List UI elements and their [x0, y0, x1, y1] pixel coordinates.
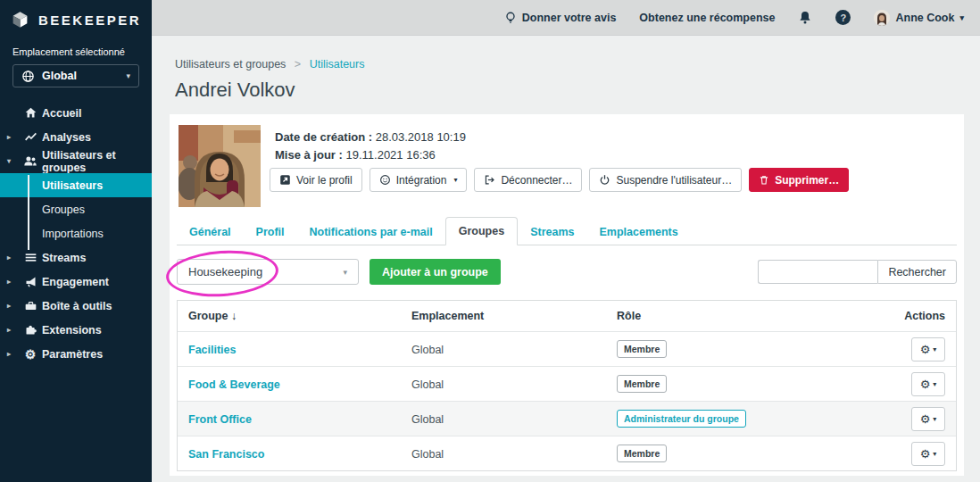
caret-down-icon: ▾ — [933, 415, 936, 423]
group-link[interactable]: San Francisco — [188, 448, 264, 461]
search-input[interactable] — [758, 260, 877, 284]
help-glyph: ? — [841, 12, 847, 23]
updated-value: 19.11.2021 16:36 — [345, 148, 435, 162]
sidebar: BEEKEEPER Emplacement sélectionné Global… — [0, 0, 152, 482]
gear-icon: ⚙ — [920, 448, 931, 460]
streams-icon — [22, 251, 38, 264]
submenu-indicator-line — [28, 175, 29, 250]
caret-down-icon: ▾ — [933, 345, 936, 353]
sidebar-item-boite-a-outils[interactable]: ▸ Boîte à outils — [0, 294, 152, 318]
sidebar-item-streams[interactable]: ▸ Streams — [0, 245, 152, 270]
user-detail-card: Date de création : 28.03.2018 10:19 Mise… — [170, 114, 964, 476]
sidebar-item-groupes[interactable]: Groupes — [0, 197, 152, 221]
sidebar-item-importations[interactable]: Importations — [0, 221, 152, 245]
disconnect-button[interactable]: Déconnecter… — [474, 168, 582, 192]
breadcrumb-parent[interactable]: Utilisateurs et groupes — [175, 58, 286, 71]
row-actions-button[interactable]: ⚙ ▾ — [911, 442, 945, 466]
group-location: Global — [411, 448, 444, 461]
group-link[interactable]: Front Office — [188, 413, 252, 426]
lightbulb-icon — [504, 11, 517, 25]
gear-icon: ⚙ — [22, 348, 38, 361]
users-icon — [22, 154, 38, 168]
feedback-link[interactable]: Donner votre avis — [504, 11, 617, 25]
sidebar-item-extensions[interactable]: ▸ Extensions — [0, 318, 152, 342]
reward-link[interactable]: Obtenez une récompense — [639, 12, 775, 24]
help-button[interactable]: ? — [835, 10, 851, 25]
column-header-emplacement[interactable]: Emplacement — [411, 310, 617, 322]
topbar: Donner votre avis Obtenez une récompense… — [152, 0, 980, 36]
integration-dropdown-button[interactable]: Intégration ▾ — [370, 168, 468, 192]
reward-label: Obtenez une récompense — [639, 12, 775, 24]
breadcrumb-current[interactable]: Utilisateurs — [310, 58, 365, 71]
table-row: Food & Beverage Global Membre ⚙ ▾ — [178, 366, 956, 401]
caret-down-icon: ▾ — [959, 13, 964, 22]
tab-bar: Général Profil Notifications par e-mail … — [177, 219, 957, 245]
groups-table: Groupe ↓ Emplacement Rôle Actions Facili… — [177, 300, 957, 471]
sidebar-item-utilisateurs-et-groupes[interactable]: ▾ Utilisateurs et groupes — [0, 149, 152, 173]
search-button[interactable]: Rechercher — [877, 260, 957, 284]
caret-down-icon: ▾ — [453, 176, 457, 184]
tab-profil[interactable]: Profil — [244, 219, 297, 245]
caret-right-icon: ▸ — [7, 302, 16, 310]
updated-label: Mise à jour : — [275, 148, 343, 162]
tab-streams[interactable]: Streams — [518, 219, 586, 245]
sidebar-item-accueil[interactable]: Accueil — [0, 101, 152, 125]
gear-icon: ⚙ — [920, 378, 931, 390]
row-actions-button[interactable]: ⚙ ▾ — [911, 407, 945, 431]
sidebar-item-engagement[interactable]: ▸ Engagement — [0, 270, 152, 294]
tab-general[interactable]: Général — [177, 219, 244, 245]
column-header-groupe[interactable]: Groupe ↓ — [178, 310, 411, 322]
group-select[interactable]: Housekeeping ▾ — [177, 259, 359, 285]
sidebar-item-parametres[interactable]: ▸ ⚙ Paramètres — [0, 342, 152, 366]
brand-name: BEEKEEPER — [38, 12, 141, 28]
group-link[interactable]: Food & Beverage — [188, 378, 280, 391]
caret-right-icon: ▸ — [7, 350, 16, 358]
caret-down-icon: ▾ — [933, 380, 936, 388]
row-actions-button[interactable]: ⚙ ▾ — [911, 337, 945, 362]
breadcrumb: Utilisateurs et groupes > Utilisateurs — [175, 58, 364, 71]
group-controls: Housekeeping ▾ Ajouter à un groupe Reche… — [177, 259, 957, 286]
app-window: BEEKEEPER Emplacement sélectionné Global… — [0, 0, 980, 482]
column-header-role[interactable]: Rôle — [617, 310, 858, 322]
main-content: Utilisateurs et groupes > Utilisateurs A… — [152, 36, 980, 482]
home-icon — [22, 106, 38, 120]
caret-down-icon: ▾ — [7, 157, 16, 165]
caret-right-icon: ▸ — [7, 278, 16, 286]
brand-logo[interactable]: BEEKEEPER — [0, 0, 152, 37]
tab-emplacements[interactable]: Emplacements — [587, 219, 691, 245]
tab-notifications-email[interactable]: Notifications par e-mail — [297, 219, 445, 245]
group-link[interactable]: Facilities — [188, 344, 237, 356]
megaphone-icon — [22, 275, 38, 288]
trash-icon — [759, 174, 769, 186]
profile-actions: Voir le profil Intégration ▾ — [270, 168, 849, 192]
profile-meta: Date de création : 28.03.2018 10:19 Mise… — [275, 129, 466, 164]
group-location: Global — [411, 344, 444, 356]
view-profile-button[interactable]: Voir le profil — [270, 168, 362, 192]
location-selected-label: Emplacement sélectionné — [0, 37, 152, 62]
suspend-user-button[interactable]: Suspendre l'utilisateur… — [589, 168, 742, 192]
puzzle-icon — [22, 323, 38, 337]
add-to-group-button[interactable]: Ajouter à un groupe — [370, 259, 501, 285]
chevron-down-icon: ▾ — [126, 71, 130, 80]
toolbox-icon — [22, 299, 38, 312]
beekeeper-cube-icon — [11, 9, 29, 30]
power-icon — [599, 174, 610, 186]
analytics-icon — [22, 130, 38, 144]
profile-photo — [179, 125, 261, 207]
sidebar-item-utilisateurs[interactable]: Utilisateurs — [0, 173, 152, 197]
notifications-button[interactable] — [798, 10, 812, 25]
user-menu[interactable]: Anne Cook ▾ — [874, 10, 964, 26]
sidebar-nav: Accueil ▸ Analyses ▾ Utilisateurs et gro… — [0, 101, 152, 366]
delete-user-button[interactable]: Supprimer… — [749, 168, 849, 192]
role-badge: Membre — [617, 445, 667, 462]
chevron-down-icon: ▾ — [343, 268, 347, 277]
row-actions-button[interactable]: ⚙ ▾ — [911, 372, 945, 396]
tab-groupes[interactable]: Groupes — [445, 217, 518, 245]
sidebar-item-analyses[interactable]: ▸ Analyses — [0, 125, 152, 149]
feedback-label: Donner votre avis — [522, 12, 617, 24]
role-badge: Membre — [617, 375, 667, 393]
location-select[interactable]: Global ▾ — [12, 64, 139, 87]
group-select-value: Housekeeping — [188, 265, 343, 278]
sort-descending-icon: ↓ — [231, 310, 237, 322]
group-location: Global — [411, 413, 444, 426]
